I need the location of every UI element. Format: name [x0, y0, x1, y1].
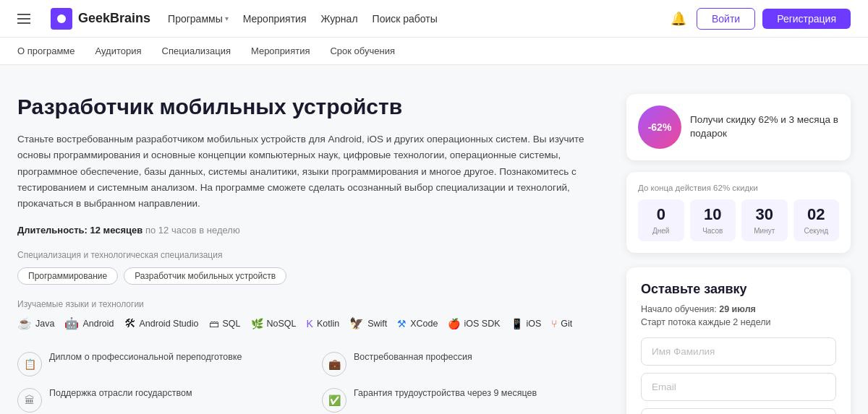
discount-text: Получи скидку 62% и 3 месяца в подарок [690, 113, 839, 141]
form-stream: Старт потока каждые 2 недели [641, 317, 836, 327]
name-input[interactable] [641, 337, 836, 366]
tech-android-studio-label: Android Studio [140, 319, 199, 329]
benefit-state-text: Поддержка отрасли государством [49, 387, 192, 400]
form-start: Начало обучения: 29 июля [641, 304, 836, 314]
countdown-seconds: 02 Секунд [793, 199, 840, 241]
main-nav: Программы ▾ Мероприятия Журнал Поиск раб… [168, 13, 650, 25]
ios-sdk-icon: 🍎 [448, 318, 460, 329]
countdown-hours-unit: Часов [702, 227, 723, 235]
countdown-boxes: 0 Дней 10 Часов 30 Минут 02 Секунд [638, 199, 839, 241]
nav-events[interactable]: Мероприятия [243, 13, 307, 25]
right-sidebar: -62% Получи скидку 62% и 3 месяца в пода… [626, 94, 851, 414]
tech-nosql-label: NoSQL [267, 319, 297, 329]
benefit-profession: 💼 Востребованная профессия [322, 350, 597, 376]
discount-card: -62% Получи скидку 62% и 3 месяца в пода… [626, 94, 851, 160]
email-input[interactable] [641, 373, 836, 401]
ios-icon: 📱 [511, 318, 523, 329]
tech-sql-label: SQL [223, 319, 241, 329]
tech-java-label: Java [35, 319, 54, 329]
tech-label: Изучаемые языки и технологии [17, 299, 597, 309]
kotlin-icon: K [307, 318, 313, 329]
subnav-specialization[interactable]: Специализация [162, 46, 231, 56]
countdown-minutes-num: 30 [744, 205, 785, 224]
countdown-seconds-unit: Секунд [804, 227, 828, 235]
tech-ios: 📱 iOS [511, 318, 542, 329]
start-label: Начало обучения: [641, 304, 717, 314]
tech-swift-label: Swift [367, 319, 387, 329]
specialization-label: Специализация и технологическая специали… [17, 250, 597, 260]
java-icon: ☕ [17, 316, 32, 330]
countdown-minutes-unit: Минут [754, 227, 775, 235]
tag-programming[interactable]: Программирование [17, 267, 118, 285]
countdown-card: До конца действия 62% скидки 0 Дней 10 Ч… [626, 172, 851, 253]
header-top: GeekBrains Программы ▾ Мероприятия Журна… [0, 0, 868, 38]
tech-git: ⑂ Git [551, 318, 572, 329]
tech-android-label: Android [82, 319, 114, 329]
discount-badge: -62% [638, 105, 681, 149]
benefit-guarantee: ✅ Гарантия трудоустройства через 9 месяц… [322, 387, 597, 413]
tag-mobile-dev[interactable]: Разработчик мобильных устройств [124, 267, 286, 285]
tech-ios-sdk-label: iOS SDK [464, 319, 500, 329]
countdown-days-num: 0 [641, 205, 681, 224]
android-studio-icon: 🛠 [124, 317, 136, 330]
form-title: Оставьте заявку [641, 282, 836, 297]
tech-swift: 🦅 Swift [349, 316, 387, 330]
header-actions: 🔔 Войти Регистрация [668, 8, 851, 30]
logo[interactable]: GeekBrains [51, 8, 150, 30]
benefit-profession-text: Востребованная профессия [354, 350, 472, 364]
course-description: Станьте востребованным разработчиком моб… [17, 131, 597, 212]
git-icon: ⑂ [551, 318, 557, 329]
countdown-hours-num: 10 [693, 205, 733, 224]
form-card: Оставьте заявку Начало обучения: 29 июля… [626, 267, 851, 414]
tech-java: ☕ Java [17, 316, 54, 330]
tech-xcode-label: XCode [410, 319, 438, 329]
svg-point-0 [57, 14, 66, 23]
main-container: Разработчик мобильных устройств Станьте … [0, 65, 868, 414]
subnav-duration[interactable]: Срок обучения [330, 46, 395, 56]
guarantee-icon: ✅ [322, 388, 346, 413]
phone-input[interactable] [641, 408, 836, 414]
notification-bell[interactable]: 🔔 [668, 8, 689, 30]
countdown-days: 0 Дней [638, 199, 684, 241]
tech-ios-label: iOS [527, 319, 542, 329]
left-content: Разработчик мобильных устройств Станьте … [17, 94, 597, 414]
tags-container: Программирование Разработчик мобильных у… [17, 267, 597, 285]
chevron-down-icon: ▾ [225, 14, 229, 22]
sql-icon: 🗃 [209, 318, 219, 329]
countdown-label: До конца действия 62% скидки [638, 184, 839, 192]
hamburger-button[interactable] [17, 14, 30, 24]
tech-git-label: Git [561, 319, 572, 329]
nav-journal[interactable]: Журнал [320, 13, 357, 25]
tech-list: ☕ Java 🤖 Android 🛠 Android Studio 🗃 SQL … [17, 316, 597, 330]
tech-android-studio: 🛠 Android Studio [124, 317, 199, 330]
tech-nosql: 🌿 NoSQL [251, 318, 297, 329]
page-title: Разработчик мобильных устройств [17, 94, 597, 120]
tech-xcode: ⚒ XCode [397, 318, 438, 329]
subnav-events[interactable]: Мероприятия [251, 46, 310, 56]
start-value: 29 июля [719, 304, 756, 314]
register-button[interactable]: Регистрация [762, 9, 851, 29]
benefit-diploma-text: Диплом о профессиональной переподготовке [49, 350, 242, 364]
countdown-hours: 10 Часов [690, 199, 736, 241]
nav-programs[interactable]: Программы ▾ [168, 13, 229, 25]
nosql-icon: 🌿 [251, 318, 263, 329]
benefit-guarantee-text: Гарантия трудоустройства через 9 месяцев [354, 387, 537, 400]
xcode-icon: ⚒ [397, 318, 407, 329]
login-button[interactable]: Войти [697, 8, 755, 30]
countdown-minutes: 30 Минут [741, 199, 788, 241]
subnav-about[interactable]: О программе [17, 46, 75, 56]
tech-kotlin: K Kotlin [307, 318, 340, 329]
state-icon: 🏛 [17, 388, 42, 413]
logo-icon [51, 8, 72, 30]
duration-text: Длительность: 12 месяцев по 12 часов в н… [17, 225, 597, 236]
countdown-seconds-num: 02 [796, 205, 837, 224]
benefit-state: 🏛 Поддержка отрасли государством [17, 387, 293, 413]
nav-jobs[interactable]: Поиск работы [373, 13, 438, 25]
duration-value: 12 месяцев [90, 225, 143, 236]
benefit-diploma: 📋 Диплом о профессиональной переподготов… [17, 350, 293, 376]
subnav-audience[interactable]: Аудитория [95, 46, 142, 56]
profession-icon: 💼 [322, 352, 346, 376]
tech-kotlin-label: Kotlin [317, 319, 339, 329]
sub-nav: О программе Аудитория Специализация Меро… [0, 38, 868, 65]
duration-extra: по 12 часов в неделю [145, 225, 240, 236]
